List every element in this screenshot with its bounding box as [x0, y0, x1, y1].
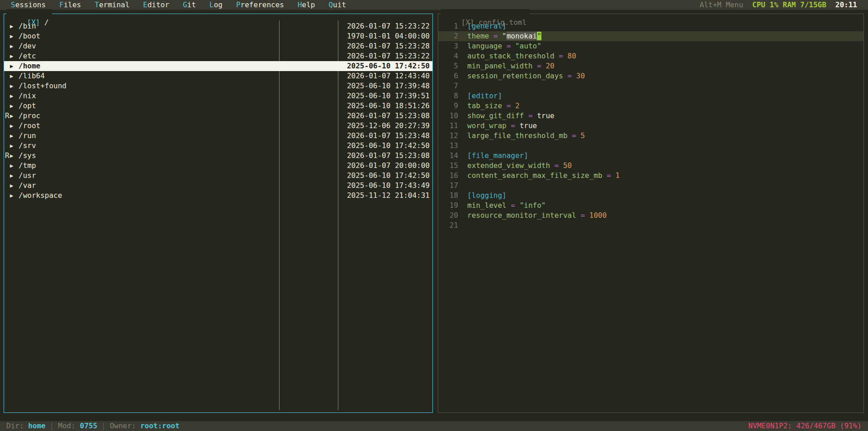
expand-arrow-icon[interactable]: ▶	[10, 41, 19, 51]
editor-line-19[interactable]: 19min_level = "info"	[438, 201, 863, 211]
status-label: Mod:	[58, 421, 80, 431]
file-row-var[interactable]: ▶/var2025-06-10 17:43:49	[4, 181, 432, 191]
editor-line-6[interactable]: 6session_retention_days = 30	[438, 71, 863, 81]
token-op: =	[580, 211, 585, 220]
token-plain	[515, 201, 520, 210]
token-plain	[533, 62, 537, 70]
menu-item-git[interactable]: Git	[183, 0, 196, 10]
file-row-opt[interactable]: ▶/opt2025-06-10 18:51:26	[4, 101, 432, 111]
expand-arrow-icon[interactable]: ▶	[10, 191, 19, 201]
editor-line-1[interactable]: 1[general]	[438, 21, 863, 31]
code-text: [editor]	[467, 91, 502, 101]
token-plain	[555, 52, 559, 60]
editor-line-2[interactable]: 2theme = "monokai"	[438, 31, 863, 41]
editor-line-16[interactable]: 16content_search_max_file_size_mb = 1	[438, 171, 863, 181]
expand-arrow-icon[interactable]: ▶	[10, 151, 19, 161]
token-plain	[489, 32, 493, 40]
editor-line-20[interactable]: 20resource_monitor_interval = 1000	[438, 211, 863, 220]
file-row-run[interactable]: ▶/run2026-01-07 15:23:48	[4, 131, 432, 141]
editor-line-18[interactable]: 18[logging]	[438, 191, 863, 201]
expand-arrow-icon[interactable]: ▶	[10, 121, 19, 131]
expand-arrow-icon[interactable]: ▶	[10, 81, 19, 91]
menu-item-terminal[interactable]: Terminal	[95, 0, 129, 10]
expand-arrow-icon[interactable]: ▶	[10, 31, 19, 41]
file-row-proc[interactable]: R▶/proc2026-01-07 15:23:08	[4, 111, 432, 121]
file-row-sys[interactable]: R▶/sys2026-01-07 15:23:08	[4, 151, 432, 161]
token-key: min_level	[467, 201, 507, 210]
editor-line-5[interactable]: 5min_panel_width = 20	[438, 61, 863, 71]
line-number: 3	[438, 41, 458, 51]
file-row-dev[interactable]: ▶/dev2026-01-07 15:23:28	[4, 41, 432, 51]
editor-line-3[interactable]: 3language = "auto"	[438, 41, 863, 51]
editor-line-13[interactable]: 13	[438, 141, 863, 151]
file-name-cell: ▶/etc	[4, 51, 279, 61]
expand-arrow-icon[interactable]: ▶	[10, 141, 19, 151]
file-row-workspace[interactable]: ▶/workspace2025-11-12 21:04:31	[4, 191, 432, 201]
editor-line-4[interactable]: 4auto_stack_threshold = 80	[438, 51, 863, 61]
editor-line-15[interactable]: 15extended_view_width = 50	[438, 161, 863, 171]
token-num: 1000	[589, 211, 607, 220]
file-size-cell	[279, 191, 337, 201]
file-row-etc[interactable]: ▶/etc2026-01-07 15:23:22	[4, 51, 432, 61]
directory-name: /opt	[19, 101, 36, 111]
expand-arrow-icon[interactable]: ▶	[10, 181, 19, 191]
expand-arrow-icon[interactable]: ▶	[10, 131, 19, 141]
file-row-tmp[interactable]: ▶/tmp2026-01-07 20:00:00	[4, 161, 432, 171]
menu-item-log[interactable]: Log	[209, 0, 223, 10]
expand-arrow-icon[interactable]: ▶	[10, 71, 19, 81]
line-number: 2	[438, 31, 458, 41]
token-op: =	[555, 161, 559, 170]
expand-arrow-icon[interactable]: ▶	[10, 101, 19, 111]
token-plain	[507, 121, 511, 130]
editor-line-17[interactable]: 17	[438, 181, 863, 191]
menu-item-quit[interactable]: Quit	[328, 0, 346, 10]
editor-line-14[interactable]: 14[file_manager]	[438, 151, 863, 161]
expand-arrow-icon[interactable]: ▶	[10, 171, 19, 181]
file-row-lost+found[interactable]: ▶/lost+found2025-06-10 17:39:48	[4, 81, 432, 91]
editor-line-10[interactable]: 10show_git_diff = true	[438, 111, 863, 121]
editor-line-8[interactable]: 8[editor]	[438, 91, 863, 101]
menu-item-editor[interactable]: Editor	[143, 0, 169, 10]
file-row-nix[interactable]: ▶/nix2025-06-10 17:39:51	[4, 91, 432, 101]
menu-item-help[interactable]: Help	[298, 0, 315, 10]
editor-line-9[interactable]: 9tab_size = 2	[438, 101, 863, 111]
expand-arrow-icon[interactable]: ▶	[10, 61, 19, 71]
editor-line-7[interactable]: 7	[438, 81, 863, 91]
code-text: resource_monitor_interval = 1000	[467, 211, 607, 220]
file-row-root[interactable]: ▶/root2025-12-06 20:27:39	[4, 121, 432, 131]
token-plain	[559, 161, 563, 170]
expand-arrow-icon[interactable]: ▶	[10, 111, 19, 121]
menu-item-label: references	[241, 0, 284, 9]
menu-item-label: uit	[333, 0, 346, 9]
menu-hotkey-letter: H	[298, 0, 302, 9]
code-text: large_file_threshold_mb = 5	[467, 131, 585, 141]
line-number: 16	[438, 171, 458, 181]
token-key: content_search_max_file_size_mb	[467, 171, 602, 180]
code-text: word_wrap = true	[467, 121, 537, 131]
file-row-bin[interactable]: ▶/bin2026-01-07 15:23:22	[4, 21, 432, 31]
expand-arrow-icon[interactable]: ▶	[10, 161, 19, 171]
file-row-srv[interactable]: ▶/srv2025-06-10 17:42:50	[4, 141, 432, 151]
editor-content[interactable]: 1[general]2theme = "monokai"3language = …	[438, 14, 863, 412]
menu-item-files[interactable]: Files	[59, 0, 81, 10]
expand-arrow-icon[interactable]: ▶	[10, 21, 19, 31]
editor-line-11[interactable]: 11word_wrap = true	[438, 121, 863, 131]
menu-item-preferences[interactable]: Preferences	[236, 0, 284, 10]
file-name-cell: R▶/sys	[4, 151, 279, 161]
editor-line-21[interactable]: 21	[438, 220, 863, 230]
expand-arrow-icon[interactable]: ▶	[10, 91, 19, 101]
expand-arrow-icon[interactable]: ▶	[10, 51, 19, 61]
file-row-usr[interactable]: ▶/usr2025-06-10 17:42:50	[4, 171, 432, 181]
file-size-cell	[279, 51, 337, 61]
file-date-cell: 2025-12-06 20:27:39	[337, 121, 432, 131]
file-size-cell	[279, 121, 337, 131]
file-row-boot[interactable]: ▶/boot1970-01-01 04:00:00	[4, 31, 432, 41]
token-plain	[511, 101, 515, 110]
file-row-home[interactable]: ▶/home2025-06-10 17:42:50	[4, 61, 432, 71]
token-num: 20	[545, 62, 554, 70]
file-name-cell: ▶/opt	[4, 101, 279, 111]
file-row-lib64[interactable]: ▶/lib642026-01-07 12:43:40	[4, 71, 432, 81]
editor-line-12[interactable]: 12large_file_threshold_mb = 5	[438, 131, 863, 141]
token-plain	[511, 42, 515, 50]
menu-item-sessions[interactable]: Sessions	[11, 0, 46, 10]
